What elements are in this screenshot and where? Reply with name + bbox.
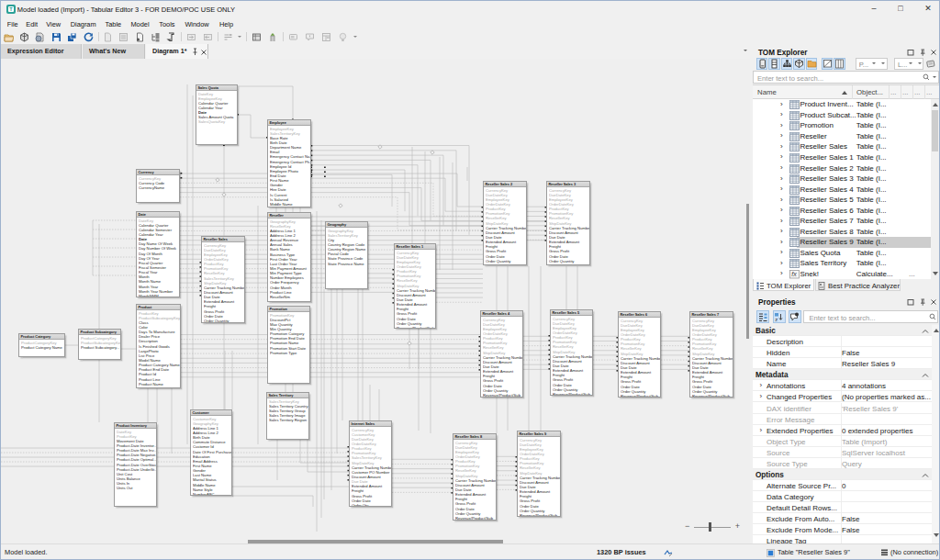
svg-text:z: z (775, 316, 778, 321)
svg-text:fx: fx (791, 271, 797, 277)
